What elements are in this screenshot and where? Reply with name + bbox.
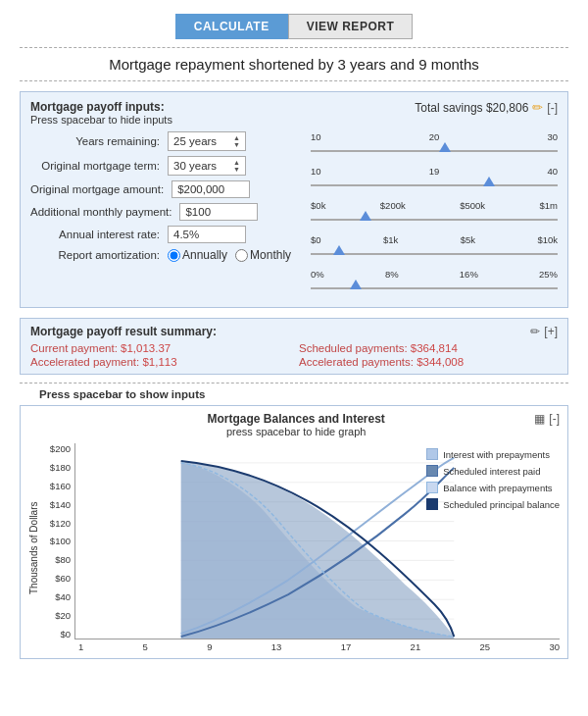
accelerated-payment-item: Accelerated payment: $1,113 (30, 356, 289, 368)
slider5-track[interactable] (311, 281, 558, 296)
chart-title: Mortgage Balances and Interest (58, 412, 534, 426)
y-axis-label: Thousands of Dollars (28, 443, 39, 652)
mortgage-amount-row: Original mortgage amount: $200,000 (30, 180, 291, 198)
slider1-ticks: 10 20 30 (311, 131, 558, 142)
interest-rate-value: 4.5% (173, 229, 240, 240)
slider3-thumb[interactable] (360, 211, 371, 221)
slider5-ticks: 0% 8% 16% 25% (311, 269, 558, 280)
interest-rate-label: Annual interest rate: (30, 229, 168, 240)
accelerated-payment-label: Accelerated payment: (30, 356, 139, 368)
chart-bar-icon[interactable]: ▦ (534, 412, 545, 426)
legend-scheduled-interest: Scheduled interest paid (426, 465, 560, 477)
years-remaining-value: 25 years (173, 135, 230, 147)
calculate-button[interactable]: CALCULATE (175, 14, 288, 39)
years-remaining-spinner[interactable]: ▲▼ (233, 134, 240, 148)
result-title: Mortgage payoff result summary: (30, 325, 217, 338)
legend-color-3 (426, 482, 438, 493)
slider4-thumb[interactable] (333, 245, 345, 255)
legend-label-3: Balance with prepayments (443, 483, 552, 493)
mortgage-amount-label: Original mortgage amount: (30, 183, 172, 195)
mortgage-term-field[interactable]: 30 years ▲▼ (168, 156, 246, 176)
slider-mortgage-amount: $0k $200k $500k $1m (311, 200, 558, 228)
monthly-radio[interactable] (235, 249, 248, 262)
legend-balance-prepayments: Balance with prepayments (426, 482, 560, 493)
slider4-line (311, 253, 558, 255)
scheduled-payments-value: $364,814 (411, 342, 458, 354)
slider5-line (311, 287, 558, 289)
slider-monthly-payment: $0 $1k $5k $10k (311, 234, 558, 262)
slider2-line (311, 184, 558, 186)
slider1-thumb[interactable] (439, 142, 451, 152)
slider1-track[interactable] (311, 143, 558, 159)
spacebar-hint: Press spacebar to show inputs (39, 388, 205, 400)
legend-color-1 (426, 448, 438, 460)
x-ticks: 1 5 9 13 17 21 25 30 (43, 641, 560, 652)
collapse-icon[interactable]: [-] (547, 101, 558, 115)
monthly-option[interactable]: Monthly (235, 248, 291, 262)
annually-radio[interactable] (168, 249, 180, 262)
slider1-line (311, 150, 558, 152)
years-remaining-label: Years remaining: (30, 135, 168, 147)
current-payment-label: Current payment: (30, 342, 118, 354)
legend-label-1: Interest with prepayments (443, 449, 550, 460)
slider3-track[interactable] (311, 212, 558, 228)
accelerated-payment-value: $1,113 (142, 356, 176, 368)
slider-years-remaining: 10 20 30 (311, 131, 558, 159)
edit-result-icon[interactable]: ✏ (530, 325, 540, 338)
pencil-icon[interactable]: ✏ (532, 100, 543, 115)
result-section: Mortgage payoff result summary: ✏ [+] Cu… (20, 318, 568, 375)
inputs-title-block: Mortgage payoff inputs: Press spacebar t… (30, 100, 172, 126)
legend-label-4: Scheduled principal balance (443, 499, 560, 510)
right-sliders: 10 20 30 10 19 40 (311, 131, 558, 299)
accelerated-payments-label: Accelerated payments: (299, 356, 414, 368)
interest-rate-row: Annual interest rate: 4.5% (30, 226, 291, 243)
slider3-ticks: $0k $200k $500k $1m (311, 200, 558, 211)
slider2-track[interactable] (311, 178, 558, 193)
chart-collapse-icon[interactable]: [-] (549, 412, 560, 426)
slider-mortgage-term: 10 19 40 (311, 166, 558, 193)
slider4-ticks: $0 $1k $5k $10k (311, 234, 558, 245)
annually-option[interactable]: Annually (168, 248, 227, 262)
chart-inner: $200 $180 $160 $140 $120 $100 $80 $60 $4… (43, 443, 560, 639)
years-remaining-field[interactable]: 25 years ▲▼ (168, 131, 246, 151)
chart-section: Mortgage Balances and Interest press spa… (20, 405, 568, 659)
expand-result-icon[interactable]: [+] (544, 325, 558, 338)
legend-interest-prepayments: Interest with prepayments (426, 448, 560, 460)
monthly-payment-field[interactable]: $100 (179, 203, 258, 221)
slider2-ticks: 10 19 40 (311, 166, 558, 177)
amortization-options: Annually Monthly (168, 248, 291, 262)
monthly-payment-label: Additional monthly payment: (30, 206, 179, 218)
interest-rate-field[interactable]: 4.5% (168, 226, 246, 243)
slider4-track[interactable] (311, 246, 558, 262)
left-inputs: Years remaining: 25 years ▲▼ Original mo… (30, 131, 291, 299)
scheduled-payments-item: Scheduled payments: $364,814 (299, 342, 558, 354)
legend-label-2: Scheduled interest paid (443, 466, 540, 477)
view-report-button[interactable]: VIEW REPORT (288, 14, 414, 39)
chart-title-block: Mortgage Balances and Interest press spa… (58, 412, 534, 437)
mortgage-term-spinner[interactable]: ▲▼ (233, 159, 240, 173)
chart-legend: Interest with prepayments Scheduled inte… (426, 448, 560, 515)
mortgage-amount-value: $200,000 (177, 183, 244, 195)
slider-interest-rate: 0% 8% 16% 25% (311, 269, 558, 296)
monthly-payment-row: Additional monthly payment: $100 (30, 203, 291, 221)
monthly-payment-value: $100 (185, 206, 252, 218)
legend-color-4 (426, 498, 438, 510)
annually-label: Annually (182, 248, 227, 262)
slider3-line (311, 219, 558, 221)
y-ticks: $200 $180 $160 $140 $120 $100 $80 $60 $4… (43, 443, 74, 639)
legend-scheduled-principal: Scheduled principal balance (426, 498, 560, 510)
chart-svg-container: Interest with prepayments Scheduled inte… (74, 443, 560, 639)
scheduled-payments-label: Scheduled payments: (299, 342, 408, 354)
mortgage-term-label: Original mortgage term: (30, 160, 168, 172)
main-title: Mortgage repayment shortened by 3 years … (109, 56, 479, 73)
slider5-thumb[interactable] (350, 280, 362, 289)
monthly-label: Monthly (250, 248, 291, 262)
slider2-thumb[interactable] (483, 177, 495, 186)
mortgage-amount-field[interactable]: $200,000 (172, 180, 250, 198)
result-icons: ✏ [+] (530, 325, 558, 338)
amortization-row: Report amortization: Annually Monthly (30, 248, 291, 262)
chart-area: Thousands of Dollars $200 $180 $160 $140… (28, 443, 560, 652)
inputs-header: Mortgage payoff inputs: Press spacebar t… (30, 100, 558, 126)
result-grid: Current payment: $1,013.37 Scheduled pay… (30, 342, 558, 368)
inputs-subtitle: Press spacebar to hide inputs (30, 114, 172, 126)
